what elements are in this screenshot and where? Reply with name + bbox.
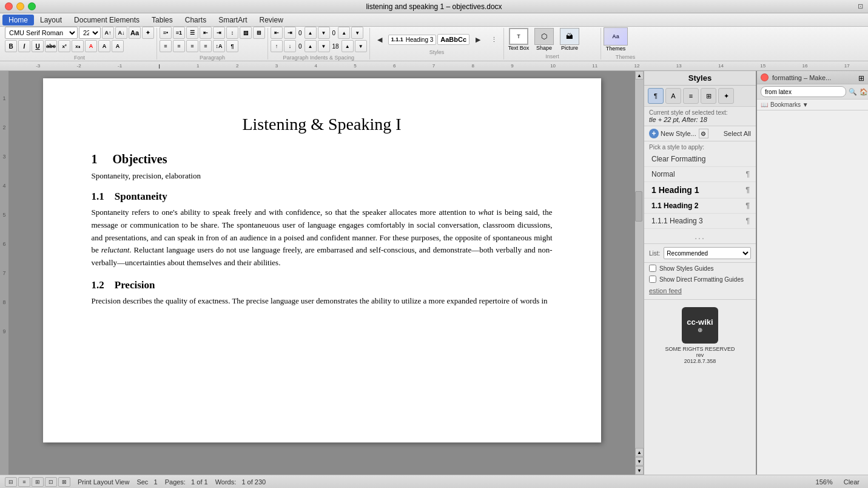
bold-btn[interactable]: B [5,40,17,52]
view-btn-1[interactable]: ⊟ [5,477,17,487]
style-icon-table[interactable]: ⊞ [701,88,716,104]
list-select[interactable]: Recommended All Styles Custom [664,247,751,259]
sb-up[interactable]: ▲ [304,40,317,52]
menu-charts[interactable]: Charts [179,15,212,25]
view-btn-5[interactable]: ⊠ [58,477,70,487]
sec-text: Sec [136,478,148,486]
themes-section: Aa Themes Themes [601,28,650,59]
clear-format-btn[interactable]: ✦ [142,27,154,39]
style-management-btn[interactable]: ⚙ [699,129,708,138]
styles-prev-btn[interactable]: ◀ [372,32,387,47]
style-item-heading2[interactable]: 1.1 Heading 2 ¶ [644,198,756,214]
style-item-clear[interactable]: Clear Formatting [644,152,756,167]
style-item-normal[interactable]: Normal ¶ [644,167,756,182]
underline-btn[interactable]: U [32,40,44,52]
scroll-up-btn[interactable]: ▲ [635,71,644,80]
sa-down[interactable]: ▼ [355,40,367,52]
outline-btn[interactable]: ☰ [186,27,198,39]
font-bigger-btn[interactable]: A↑ [102,27,114,39]
sw-home-icon[interactable]: 🏠 [860,88,868,96]
sa-up[interactable]: ▲ [341,40,354,52]
after-indent-up[interactable]: ▲ [338,27,350,39]
superscript-btn[interactable]: x² [58,40,70,52]
sw-close-btn[interactable] [761,73,769,81]
style-item-heading1[interactable]: 1 Heading 1 ¶ [644,182,756,198]
highlight-btn[interactable]: A [98,40,110,52]
maximize-button[interactable] [28,2,36,10]
shape-btn[interactable]: ⬡ Shape [532,28,556,51]
space-before-btn[interactable]: ↑ [271,40,283,52]
themes-btn[interactable]: Aa Themes [604,27,628,52]
font-case-btn[interactable]: Aa [129,27,141,39]
borders-btn[interactable]: ⊞ [253,27,265,39]
scroll-track[interactable] [635,80,644,448]
menu-tables[interactable]: Tables [146,15,179,25]
indent-decrease-btn[interactable]: ⇤ [200,27,212,39]
font-smaller-btn[interactable]: A↓ [115,27,127,39]
question-feed-link[interactable]: estion feed [644,285,756,297]
scroll-prev-page[interactable]: ▲ [635,448,644,456]
view-btn-4[interactable]: ⊡ [45,477,57,487]
after-indent-down[interactable]: ▼ [351,27,363,39]
sw-search-input[interactable] [761,86,846,97]
align-center-btn[interactable]: ≡ [173,40,185,52]
style-icon-list[interactable]: ≡ [683,88,699,104]
show-styles-guides-checkbox[interactable] [649,265,656,272]
font-size-select[interactable]: 22 [79,27,101,39]
menu-document-elements[interactable]: Document Elements [68,15,146,25]
view-btn-3[interactable]: ⊞ [32,477,44,487]
minimize-button[interactable] [16,2,24,10]
styles-expand-icon[interactable]: ⊞ [858,74,864,83]
show-direct-guides-checkbox[interactable] [649,276,656,283]
style-item-heading3[interactable]: 1.1.1 Heading 3 ¶ [644,214,756,229]
picture-btn[interactable]: 🏔 Picture [557,28,582,51]
numbering-btn[interactable]: ≡1 [173,27,185,39]
style-icon-char[interactable]: A [665,88,681,104]
sb-down[interactable]: ▼ [318,40,330,52]
doc-scroll-area[interactable]: Listening & Speaking I 1 Objectives Spon… [8,71,635,475]
strikethrough-btn[interactable]: abc [45,40,57,52]
show-para-btn[interactable]: ¶ [226,40,238,52]
menu-review[interactable]: Review [253,15,289,25]
resize-icon[interactable]: ⊡ [858,2,863,10]
sort-btn[interactable]: ↕A [213,40,225,52]
text-effect-btn[interactable]: A [112,40,124,52]
styles-expand-btn[interactable]: ⋮ [486,32,501,47]
before-indent-down[interactable]: ▼ [318,27,330,39]
subscript-btn[interactable]: x₂ [72,40,84,52]
new-style-button[interactable]: + New Style... [649,129,696,138]
clear-btn[interactable]: Clear [840,478,863,486]
font-color-btn[interactable]: A [85,40,97,52]
font-name-select[interactable]: CMU Serif Roman [5,27,78,39]
sw-bookmarks-label[interactable]: Bookmarks ▼ [770,101,809,108]
space-after-btn[interactable]: ↓ [284,40,296,52]
align-justify-btn[interactable]: ≡ [200,40,212,52]
menu-layout[interactable]: Layout [34,15,68,25]
view-btn-2[interactable]: ≡ [18,477,30,487]
section1-heading: 1 Objectives [92,152,553,166]
heading3-style-box[interactable]: 1.1.1 Heading 3 [388,35,437,45]
align-left-btn[interactable]: ≡ [160,40,172,52]
align-right-btn[interactable]: ≡ [186,40,198,52]
styles-next-btn[interactable]: ▶ [471,32,485,47]
select-all-button[interactable]: Select All [724,130,751,137]
indent-increase-btn[interactable]: ⇥ [213,27,225,39]
indent-right-btn[interactable]: ⇥ [284,27,296,39]
line-spacing-btn[interactable]: ↕ [226,27,238,39]
before-indent-up[interactable]: ▲ [304,27,317,39]
menu-smartart[interactable]: SmartArt [212,15,253,25]
style-icon-all[interactable]: ✦ [718,88,734,104]
scroll-down-btn[interactable]: ▼ [635,466,644,475]
italic-btn[interactable]: I [18,40,30,52]
title-style-box[interactable]: AaBbCc [437,34,469,45]
close-button[interactable] [5,2,13,10]
scroll-next-page[interactable]: ▼ [635,457,644,466]
scroll-thumb[interactable] [635,191,642,222]
menu-home[interactable]: Home [2,15,34,25]
text-box-btn[interactable]: T Text Box [506,28,531,51]
shading-btn[interactable]: ▤ [240,27,252,39]
sw-search-icon[interactable]: 🔍 [849,88,857,96]
bullets-btn[interactable]: ≡• [160,27,172,39]
style-icon-para[interactable]: ¶ [648,88,664,104]
indent-left-btn[interactable]: ⇤ [271,27,283,39]
